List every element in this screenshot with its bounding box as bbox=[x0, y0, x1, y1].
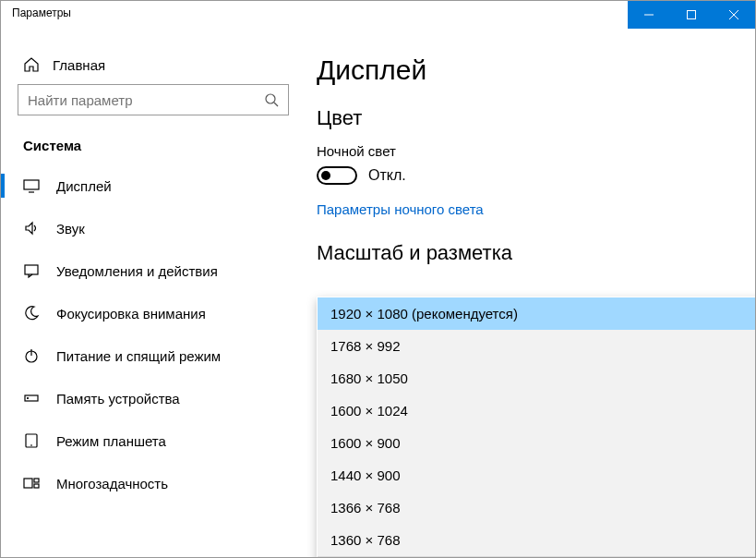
sidebar-item-label: Многозадачность bbox=[56, 476, 168, 491]
sidebar-item-notifications[interactable]: Уведомления и действия bbox=[1, 249, 306, 292]
sidebar-item-storage[interactable]: Память устройства bbox=[1, 377, 306, 419]
dropdown-option[interactable]: 1600 × 900 bbox=[318, 427, 755, 459]
dropdown-option[interactable]: 1280 × 1024 bbox=[318, 556, 755, 557]
resolution-dropdown[interactable]: 1920 × 1080 (рекомендуется) 1768 × 992 1… bbox=[317, 297, 755, 557]
display-icon bbox=[23, 177, 40, 194]
sidebar-item-multitask[interactable]: Многозадачность bbox=[1, 462, 306, 504]
sidebar-item-label: Уведомления и действия bbox=[56, 263, 218, 279]
dropdown-option[interactable]: 1768 × 992 bbox=[318, 330, 755, 362]
sidebar: Главная Система Дисплей Звук bbox=[1, 29, 306, 557]
dropdown-option[interactable]: 1680 × 1050 bbox=[318, 362, 755, 394]
close-button[interactable] bbox=[713, 1, 755, 29]
svg-line-5 bbox=[274, 103, 278, 106]
minimize-button[interactable] bbox=[628, 1, 670, 29]
section-color-heading: Цвет bbox=[317, 106, 737, 130]
dropdown-option[interactable]: 1600 × 1024 bbox=[318, 394, 755, 427]
dropdown-option[interactable]: 1360 × 768 bbox=[318, 524, 755, 556]
search-input-wrapper[interactable] bbox=[18, 84, 289, 115]
titlebar: Параметры bbox=[1, 1, 755, 29]
power-icon bbox=[23, 347, 40, 364]
sidebar-item-sound[interactable]: Звук bbox=[1, 207, 306, 249]
svg-rect-6 bbox=[24, 180, 39, 189]
notifications-icon bbox=[23, 262, 40, 279]
svg-rect-16 bbox=[34, 479, 39, 482]
multitask-icon bbox=[23, 475, 40, 491]
sidebar-item-label: Дисплей bbox=[56, 178, 112, 194]
svg-rect-15 bbox=[24, 479, 32, 488]
svg-rect-1 bbox=[688, 11, 696, 19]
svg-point-4 bbox=[266, 94, 275, 103]
search-input[interactable] bbox=[28, 92, 264, 108]
dropdown-option[interactable]: 1440 × 900 bbox=[318, 459, 755, 491]
night-light-toggle[interactable] bbox=[317, 166, 357, 185]
storage-icon bbox=[23, 390, 40, 406]
sidebar-item-focus[interactable]: Фокусировка внимания bbox=[1, 292, 306, 334]
sound-icon bbox=[23, 220, 40, 237]
home-icon bbox=[23, 56, 40, 73]
svg-point-12 bbox=[28, 398, 29, 399]
minimize-icon bbox=[644, 10, 654, 19]
page-title: Дисплей bbox=[317, 55, 737, 86]
night-light-settings-link[interactable]: Параметры ночного света bbox=[317, 201, 484, 217]
sidebar-item-label: Режим планшета bbox=[56, 433, 166, 449]
svg-rect-8 bbox=[25, 265, 38, 274]
sidebar-item-label: Питание и спящий режим bbox=[56, 348, 221, 364]
sidebar-item-power[interactable]: Питание и спящий режим bbox=[1, 334, 306, 377]
focus-icon bbox=[23, 305, 40, 321]
dropdown-listbox: 1920 × 1080 (рекомендуется) 1768 × 992 1… bbox=[318, 297, 755, 557]
sidebar-section-label: Система bbox=[1, 132, 306, 164]
sidebar-item-label: Память устройства bbox=[56, 391, 180, 406]
sidebar-item-display[interactable]: Дисплей bbox=[1, 164, 306, 207]
sidebar-item-label: Фокусировка внимания bbox=[56, 306, 206, 321]
sidebar-item-tablet[interactable]: Режим планшета bbox=[1, 419, 306, 462]
window-body: Главная Система Дисплей Звук bbox=[1, 29, 755, 557]
maximize-button[interactable] bbox=[670, 1, 713, 29]
sidebar-nav: Дисплей Звук Уведомления и действия Фоку… bbox=[1, 164, 306, 504]
window-controls bbox=[628, 1, 755, 29]
home-label: Главная bbox=[53, 57, 105, 73]
search-container bbox=[1, 84, 306, 132]
night-light-label: Ночной свет bbox=[317, 143, 737, 159]
home-button[interactable]: Главная bbox=[1, 45, 306, 84]
dropdown-option[interactable]: 1366 × 768 bbox=[318, 491, 755, 524]
sidebar-item-label: Звук bbox=[56, 221, 85, 237]
close-icon bbox=[729, 10, 738, 19]
night-light-toggle-row: Откл. bbox=[317, 166, 737, 185]
section-scale-heading: Масштаб и разметка bbox=[317, 241, 737, 265]
content-area: Дисплей Цвет Ночной свет Откл. Параметры… bbox=[306, 29, 755, 557]
settings-window: Параметры Главная bbox=[0, 0, 756, 558]
search-icon bbox=[264, 92, 279, 107]
dropdown-option[interactable]: 1920 × 1080 (рекомендуется) bbox=[318, 297, 755, 330]
svg-rect-17 bbox=[34, 484, 39, 488]
toggle-state-text: Откл. bbox=[368, 167, 406, 184]
tablet-icon bbox=[23, 432, 40, 449]
maximize-icon bbox=[687, 10, 696, 19]
window-title: Параметры bbox=[1, 1, 82, 29]
